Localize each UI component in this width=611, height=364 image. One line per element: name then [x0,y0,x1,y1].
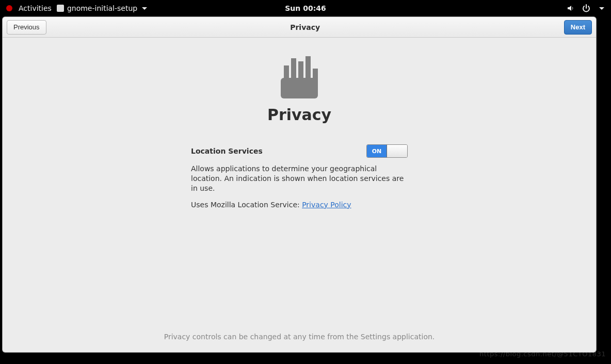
location-services-description: Allows applications to determine your ge… [191,164,408,193]
clock[interactable]: Sun 00:46 [285,4,326,12]
location-services-label: Location Services [191,147,263,155]
svg-rect-5 [306,56,311,81]
svg-rect-4 [298,61,303,81]
power-icon[interactable] [582,4,590,12]
app-menu-label: gnome-initial-setup [67,4,137,12]
previous-button[interactable]: Previous [7,20,46,35]
gnome-topbar: Activities gnome-initial-setup Sun 00:46 [0,0,611,16]
switch-on-label: ON [367,145,387,157]
svg-rect-2 [284,65,289,81]
next-button[interactable]: Next [564,20,592,35]
page-content: Privacy Location Services ON Allows appl… [3,38,596,352]
privacy-hand-icon [279,55,320,98]
headerbar: Previous Privacy Next [3,17,596,38]
location-services-switch[interactable]: ON [366,144,408,158]
chevron-down-icon [140,4,149,12]
page-footer-note: Privacy controls can be changed at any t… [3,333,596,341]
privacy-policy-link[interactable]: Privacy Policy [302,201,351,209]
location-services-block: Location Services ON Allows applications… [191,144,408,209]
svg-rect-3 [291,58,296,81]
initial-setup-window: Previous Privacy Next Privacy Location S… [2,16,597,353]
page-title: Privacy [267,106,331,124]
activities-button[interactable]: Activities [19,4,52,12]
svg-rect-6 [313,69,318,81]
location-services-policy: Uses Mozilla Location Service: Privacy P… [191,201,408,209]
volume-icon[interactable] [567,4,575,12]
redhat-logo-icon [5,4,13,12]
app-menu[interactable]: gnome-initial-setup [57,4,149,12]
policy-prefix: Uses Mozilla Location Service: [191,201,302,209]
headerbar-title: Privacy [46,23,564,31]
app-menu-icon [57,5,64,12]
svg-point-0 [6,5,12,11]
switch-knob [387,145,407,157]
chevron-down-icon[interactable] [598,4,606,12]
